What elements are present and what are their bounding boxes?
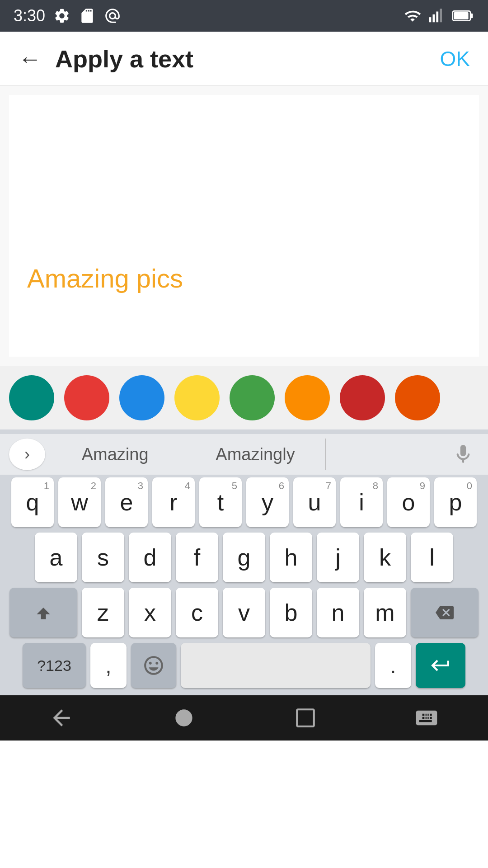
key-g[interactable]: g xyxy=(223,533,265,582)
key-e[interactable]: 3e xyxy=(105,477,148,527)
keyboard: › Amazing Amazingly 1q2w3e4r5t6y7u8i9o0p… xyxy=(0,429,488,695)
color-dot-0[interactable] xyxy=(9,375,54,420)
wifi-icon xyxy=(403,7,422,24)
key-s[interactable]: s xyxy=(82,533,124,582)
key-w[interactable]: 2w xyxy=(58,477,101,527)
key-shift[interactable] xyxy=(9,588,77,637)
key-period[interactable]: . xyxy=(375,643,411,688)
battery-icon xyxy=(452,7,474,24)
nav-bar xyxy=(0,695,488,741)
canvas-area[interactable]: Amazing pics xyxy=(0,86,488,366)
key-j[interactable]: j xyxy=(317,533,359,582)
sd-card-icon xyxy=(79,7,96,24)
suggestion-word-1[interactable]: Amazing xyxy=(45,439,185,470)
suggestion-bar: › Amazing Amazingly xyxy=(0,434,488,475)
svg-rect-3 xyxy=(440,9,442,22)
nav-recent-button[interactable] xyxy=(294,707,317,729)
expand-suggestions-button[interactable]: › xyxy=(9,439,45,470)
keyboard-row-1: 1q2w3e4r5t6y7u8i9o0p xyxy=(0,475,488,530)
suggestion-word-2[interactable]: Amazingly xyxy=(185,439,325,470)
back-button[interactable]: ← xyxy=(18,45,42,72)
page-title: Apply a text xyxy=(55,45,193,73)
key-x[interactable]: x xyxy=(129,588,171,637)
key-z[interactable]: z xyxy=(82,588,124,637)
key-emoji[interactable] xyxy=(131,643,176,688)
svg-point-7 xyxy=(176,709,192,726)
key-l[interactable]: l xyxy=(411,533,453,582)
nav-home-button[interactable] xyxy=(171,705,197,731)
svg-rect-6 xyxy=(454,12,468,19)
color-dot-7[interactable] xyxy=(395,375,440,420)
status-time: 3:30 xyxy=(14,6,45,25)
mic-icon xyxy=(452,443,474,466)
keyboard-row-4: ?123,. xyxy=(0,640,488,695)
key-h[interactable]: h xyxy=(270,533,312,582)
ok-button[interactable]: OK xyxy=(440,47,470,71)
key-q[interactable]: 1q xyxy=(11,477,54,527)
at-icon xyxy=(104,7,121,24)
key-backspace[interactable] xyxy=(411,588,479,637)
key-m[interactable]: m xyxy=(364,588,406,637)
key-d[interactable]: d xyxy=(129,533,171,582)
mic-button[interactable] xyxy=(447,439,479,470)
key-f[interactable]: f xyxy=(176,533,218,582)
top-bar: ← Apply a text OK xyxy=(0,32,488,86)
color-dot-4[interactable] xyxy=(230,375,275,420)
color-dot-2[interactable] xyxy=(119,375,164,420)
key-u[interactable]: 7u xyxy=(293,477,336,527)
key-b[interactable]: b xyxy=(270,588,312,637)
key-i[interactable]: 8i xyxy=(340,477,383,527)
key-symbol[interactable]: ?123 xyxy=(23,643,86,688)
key-c[interactable]: c xyxy=(176,588,218,637)
status-bar: 3:30 xyxy=(0,0,488,32)
key-y[interactable]: 6y xyxy=(246,477,289,527)
key-comma[interactable]: , xyxy=(90,643,127,688)
key-a[interactable]: a xyxy=(35,533,77,582)
color-picker-row xyxy=(0,366,488,429)
color-dot-1[interactable] xyxy=(64,375,109,420)
color-dot-6[interactable] xyxy=(340,375,385,420)
key-n[interactable]: n xyxy=(317,588,359,637)
color-dot-5[interactable] xyxy=(285,375,330,420)
nav-keyboard-button[interactable] xyxy=(414,705,439,731)
key-r[interactable]: 4r xyxy=(152,477,195,527)
key-t[interactable]: 5t xyxy=(199,477,242,527)
gear-icon xyxy=(53,7,70,24)
svg-rect-8 xyxy=(297,709,314,726)
keyboard-row-3: zxcvbnm xyxy=(0,585,488,640)
canvas-text: Amazing pics xyxy=(27,263,183,293)
key-space[interactable] xyxy=(181,643,371,688)
keyboard-row-2: asdfghjkl xyxy=(0,530,488,585)
color-dot-3[interactable] xyxy=(174,375,220,420)
svg-rect-5 xyxy=(470,14,473,19)
canvas-inner: Amazing pics xyxy=(9,95,479,357)
svg-rect-1 xyxy=(433,14,435,22)
key-k[interactable]: k xyxy=(364,533,406,582)
key-enter[interactable] xyxy=(416,643,465,688)
key-v[interactable]: v xyxy=(223,588,265,637)
key-p[interactable]: 0p xyxy=(434,477,477,527)
key-o[interactable]: 9o xyxy=(387,477,430,527)
svg-rect-0 xyxy=(429,17,432,22)
status-right xyxy=(403,7,474,24)
svg-rect-2 xyxy=(436,12,438,23)
nav-back-button[interactable] xyxy=(49,705,74,731)
signal-icon xyxy=(428,7,446,24)
